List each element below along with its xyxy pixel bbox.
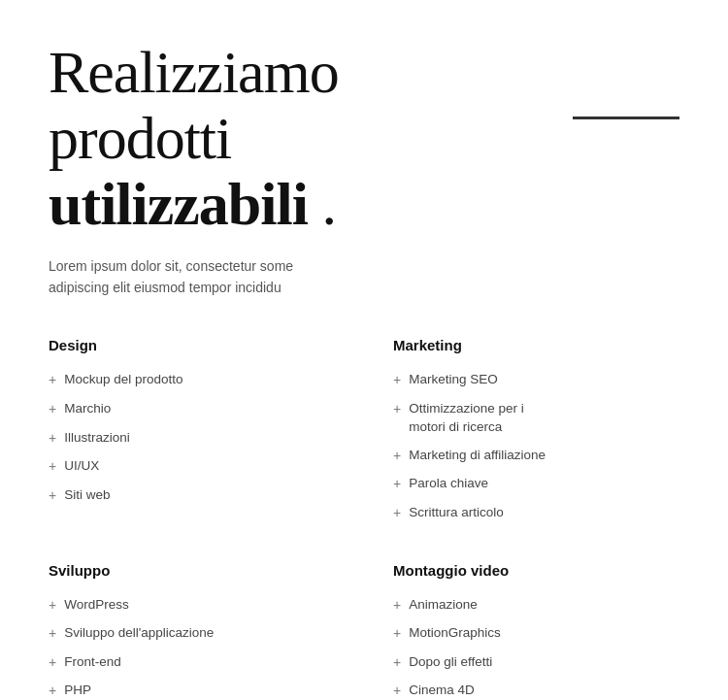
service-list-marketing: +Marketing SEO+Ottimizzazione per imotor… (393, 371, 679, 522)
item-text: Dopo gli effetti (409, 653, 492, 672)
list-item: +Animazione (393, 596, 679, 616)
category-marketing: Marketing+Marketing SEO+Ottimizzazione p… (393, 337, 679, 522)
plus-icon: + (393, 475, 401, 494)
hero-decorative-line (573, 117, 679, 119)
category-title-montaggio-video: Montaggio video (393, 562, 679, 579)
hero-title-dot: . (308, 171, 336, 237)
category-montaggio-video: Montaggio video+Animazione+MotionGraphic… (393, 562, 679, 701)
list-item: +Cinema 4D (393, 682, 679, 700)
plus-icon: + (49, 486, 56, 506)
item-text: Marketing SEO (409, 371, 498, 389)
item-text: Siti web (64, 486, 110, 505)
category-title-design: Design (49, 337, 335, 353)
list-item: +Mockup del prodotto (49, 371, 335, 390)
plus-icon: + (49, 400, 56, 419)
category-title-sviluppo: Sviluppo (49, 562, 335, 579)
services-grid: Design+Mockup del prodotto+Marchio+Illus… (49, 337, 679, 700)
hero-desc-line1: Lorem ipsum dolor sit, consectetur some (49, 258, 293, 274)
category-design: Design+Mockup del prodotto+Marchio+Illus… (49, 337, 335, 522)
page-wrapper: Realizziamo prodotti utilizzabili . Lore… (0, 0, 728, 700)
plus-icon: + (393, 400, 401, 419)
hero-title: Realizziamo prodotti utilizzabili . (49, 39, 679, 238)
item-text: Animazione (409, 596, 478, 615)
plus-icon: + (49, 653, 56, 673)
list-item: +WordPress (49, 596, 335, 616)
item-text: Sviluppo dell'applicazione (64, 624, 214, 643)
item-text: Ottimizzazione per imotori di ricerca (409, 400, 524, 437)
list-item: +UI/UX (49, 457, 335, 477)
plus-icon: + (49, 682, 56, 700)
item-text: Parola chiave (409, 475, 488, 493)
list-item: +Ottimizzazione per imotori di ricerca (393, 400, 679, 437)
list-item: +Parola chiave (393, 475, 679, 494)
list-item: +PHP (49, 682, 335, 700)
plus-icon: + (49, 371, 56, 390)
category-title-marketing: Marketing (393, 337, 679, 353)
plus-icon: + (49, 596, 56, 616)
service-list-montaggio-video: +Animazione+MotionGraphics+Dopo gli effe… (393, 596, 679, 701)
list-item: +Dopo gli effetti (393, 653, 679, 673)
list-item: +Sviluppo dell'applicazione (49, 624, 335, 644)
plus-icon: + (393, 371, 401, 390)
plus-icon: + (393, 653, 401, 673)
list-item: +Marketing di affiliazione (393, 447, 679, 466)
item-text: Scrittura articolo (409, 504, 504, 522)
plus-icon: + (393, 682, 401, 700)
hero-desc-line2: adipiscing elit eiusmod tempor incididu (49, 280, 281, 295)
plus-icon: + (393, 624, 401, 644)
plus-icon: + (393, 504, 401, 523)
item-text: WordPress (64, 596, 129, 615)
item-text: Marchio (64, 400, 111, 418)
category-sviluppo: Sviluppo+WordPress+Sviluppo dell'applica… (49, 562, 335, 701)
item-text: UI/UX (64, 457, 99, 476)
item-text: Front-end (64, 653, 121, 672)
hero-title-line2: prodotti (49, 105, 231, 171)
item-text: PHP (64, 682, 91, 700)
plus-icon: + (49, 429, 56, 449)
plus-icon: + (393, 447, 401, 466)
item-text: Marketing di affiliazione (409, 447, 546, 465)
list-item: +MotionGraphics (393, 624, 679, 644)
item-text: Illustrazioni (64, 429, 130, 448)
plus-icon: + (49, 457, 56, 477)
list-item: +Siti web (49, 486, 335, 506)
item-text: Mockup del prodotto (64, 371, 182, 389)
hero-title-line1: Realizziamo (49, 39, 339, 105)
list-item: +Scrittura articolo (393, 504, 679, 523)
list-item: +Marketing SEO (393, 371, 679, 390)
hero-description: Lorem ipsum dolor sit, consectetur some … (49, 255, 679, 299)
item-text: MotionGraphics (409, 624, 501, 643)
list-item: +Front-end (49, 653, 335, 673)
hero-section: Realizziamo prodotti utilizzabili . Lore… (49, 39, 679, 298)
service-list-design: +Mockup del prodotto+Marchio+Illustrazio… (49, 371, 335, 505)
plus-icon: + (393, 596, 401, 616)
service-list-sviluppo: +WordPress+Sviluppo dell'applicazione+Fr… (49, 596, 335, 701)
hero-title-bold: utilizzabili (49, 171, 308, 237)
list-item: +Marchio (49, 400, 335, 419)
item-text: Cinema 4D (409, 682, 475, 700)
plus-icon: + (49, 624, 56, 644)
list-item: +Illustrazioni (49, 429, 335, 449)
